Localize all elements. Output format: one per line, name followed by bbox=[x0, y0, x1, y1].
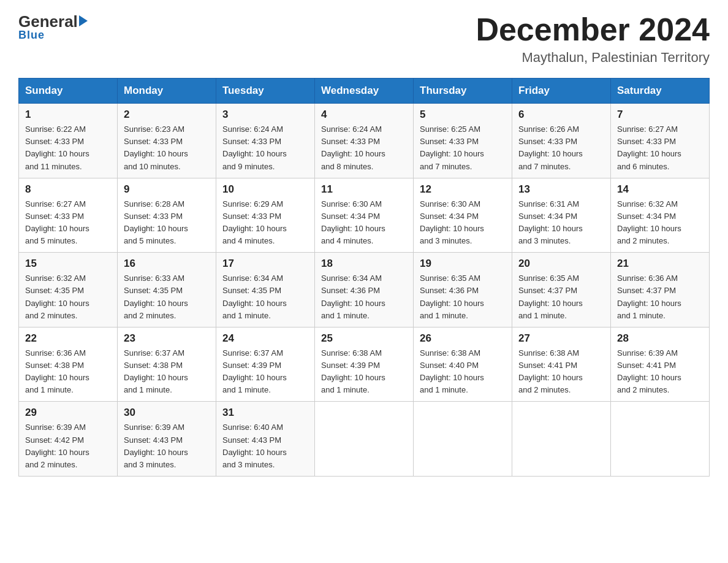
calendar-header-thursday: Thursday bbox=[414, 79, 512, 104]
calendar-cell: 19Sunrise: 6:35 AMSunset: 4:36 PMDayligh… bbox=[414, 253, 512, 327]
day-number: 17 bbox=[222, 258, 308, 270]
calendar-cell: 3Sunrise: 6:24 AMSunset: 4:33 PMDaylight… bbox=[216, 104, 315, 178]
calendar-week-row: 8Sunrise: 6:27 AMSunset: 4:33 PMDaylight… bbox=[19, 178, 710, 253]
day-info: Sunrise: 6:35 AMSunset: 4:36 PMDaylight:… bbox=[420, 272, 506, 322]
day-number: 6 bbox=[518, 109, 604, 121]
page-header: General Blue December 2024 Maythalun, Pa… bbox=[18, 12, 710, 66]
day-info: Sunrise: 6:34 AMSunset: 4:35 PMDaylight:… bbox=[222, 272, 308, 322]
day-number: 21 bbox=[617, 258, 703, 270]
day-info: Sunrise: 6:38 AMSunset: 4:39 PMDaylight:… bbox=[321, 347, 407, 397]
day-info: Sunrise: 6:39 AMSunset: 4:42 PMDaylight:… bbox=[25, 421, 111, 471]
day-info: Sunrise: 6:24 AMSunset: 4:33 PMDaylight:… bbox=[222, 123, 308, 173]
calendar-cell: 11Sunrise: 6:30 AMSunset: 4:34 PMDayligh… bbox=[315, 178, 414, 253]
day-info: Sunrise: 6:39 AMSunset: 4:43 PMDaylight:… bbox=[124, 421, 210, 471]
day-number: 1 bbox=[25, 109, 111, 121]
day-info: Sunrise: 6:29 AMSunset: 4:33 PMDaylight:… bbox=[222, 198, 308, 248]
calendar-cell: 1Sunrise: 6:22 AMSunset: 4:33 PMDaylight… bbox=[19, 104, 118, 178]
calendar-cell: 18Sunrise: 6:34 AMSunset: 4:36 PMDayligh… bbox=[315, 253, 414, 327]
calendar-cell: 23Sunrise: 6:37 AMSunset: 4:38 PMDayligh… bbox=[118, 327, 216, 402]
logo-triangle-icon bbox=[79, 15, 88, 26]
day-number: 19 bbox=[420, 258, 506, 270]
logo-blue-text: Blue bbox=[18, 29, 45, 42]
calendar-cell: 24Sunrise: 6:37 AMSunset: 4:39 PMDayligh… bbox=[216, 327, 315, 402]
day-number: 5 bbox=[420, 109, 506, 121]
calendar-cell: 13Sunrise: 6:31 AMSunset: 4:34 PMDayligh… bbox=[512, 178, 611, 253]
day-number: 2 bbox=[124, 109, 210, 121]
calendar-cell bbox=[611, 402, 710, 477]
day-number: 13 bbox=[518, 183, 604, 196]
calendar-title: December 2024 bbox=[476, 12, 710, 47]
calendar-header-friday: Friday bbox=[512, 79, 611, 104]
calendar-cell: 6Sunrise: 6:26 AMSunset: 4:33 PMDaylight… bbox=[512, 104, 611, 178]
day-number: 8 bbox=[25, 183, 111, 196]
calendar-cell: 30Sunrise: 6:39 AMSunset: 4:43 PMDayligh… bbox=[118, 402, 216, 477]
calendar-cell: 7Sunrise: 6:27 AMSunset: 4:33 PMDaylight… bbox=[611, 104, 710, 178]
calendar-cell: 28Sunrise: 6:39 AMSunset: 4:41 PMDayligh… bbox=[611, 327, 710, 402]
day-info: Sunrise: 6:23 AMSunset: 4:33 PMDaylight:… bbox=[124, 123, 210, 173]
day-info: Sunrise: 6:25 AMSunset: 4:33 PMDaylight:… bbox=[420, 123, 506, 173]
calendar-cell: 20Sunrise: 6:35 AMSunset: 4:37 PMDayligh… bbox=[512, 253, 611, 327]
day-number: 28 bbox=[617, 332, 703, 345]
calendar-header-saturday: Saturday bbox=[611, 79, 710, 104]
day-info: Sunrise: 6:30 AMSunset: 4:34 PMDaylight:… bbox=[321, 198, 407, 248]
day-number: 29 bbox=[25, 407, 111, 419]
calendar-subtitle: Maythalun, Palestinian Territory bbox=[476, 50, 710, 66]
calendar-cell: 14Sunrise: 6:32 AMSunset: 4:34 PMDayligh… bbox=[611, 178, 710, 253]
day-number: 3 bbox=[222, 109, 308, 121]
day-number: 24 bbox=[222, 332, 308, 345]
calendar-cell: 9Sunrise: 6:28 AMSunset: 4:33 PMDaylight… bbox=[118, 178, 216, 253]
day-info: Sunrise: 6:36 AMSunset: 4:38 PMDaylight:… bbox=[25, 347, 111, 397]
calendar-week-row: 1Sunrise: 6:22 AMSunset: 4:33 PMDaylight… bbox=[19, 104, 710, 178]
day-info: Sunrise: 6:39 AMSunset: 4:41 PMDaylight:… bbox=[617, 347, 703, 397]
day-info: Sunrise: 6:27 AMSunset: 4:33 PMDaylight:… bbox=[25, 198, 111, 248]
day-number: 30 bbox=[124, 407, 210, 419]
day-number: 7 bbox=[617, 109, 703, 121]
calendar-cell: 31Sunrise: 6:40 AMSunset: 4:43 PMDayligh… bbox=[216, 402, 315, 477]
calendar-cell bbox=[315, 402, 414, 477]
day-number: 14 bbox=[617, 183, 703, 196]
day-number: 26 bbox=[420, 332, 506, 345]
day-number: 15 bbox=[25, 258, 111, 270]
day-number: 20 bbox=[518, 258, 604, 270]
day-info: Sunrise: 6:37 AMSunset: 4:39 PMDaylight:… bbox=[222, 347, 308, 397]
day-number: 4 bbox=[321, 109, 407, 121]
title-area: December 2024 Maythalun, Palestinian Ter… bbox=[476, 12, 710, 66]
calendar-header-row: SundayMondayTuesdayWednesdayThursdayFrid… bbox=[19, 79, 710, 104]
calendar-cell: 26Sunrise: 6:38 AMSunset: 4:40 PMDayligh… bbox=[414, 327, 512, 402]
day-info: Sunrise: 6:32 AMSunset: 4:35 PMDaylight:… bbox=[25, 272, 111, 322]
day-info: Sunrise: 6:26 AMSunset: 4:33 PMDaylight:… bbox=[518, 123, 604, 173]
calendar-cell: 5Sunrise: 6:25 AMSunset: 4:33 PMDaylight… bbox=[414, 104, 512, 178]
day-info: Sunrise: 6:27 AMSunset: 4:33 PMDaylight:… bbox=[617, 123, 703, 173]
day-info: Sunrise: 6:24 AMSunset: 4:33 PMDaylight:… bbox=[321, 123, 407, 173]
day-info: Sunrise: 6:22 AMSunset: 4:33 PMDaylight:… bbox=[25, 123, 111, 173]
calendar-week-row: 15Sunrise: 6:32 AMSunset: 4:35 PMDayligh… bbox=[19, 253, 710, 327]
calendar-cell: 4Sunrise: 6:24 AMSunset: 4:33 PMDaylight… bbox=[315, 104, 414, 178]
calendar-cell: 21Sunrise: 6:36 AMSunset: 4:37 PMDayligh… bbox=[611, 253, 710, 327]
day-info: Sunrise: 6:40 AMSunset: 4:43 PMDaylight:… bbox=[222, 421, 308, 471]
calendar-week-row: 29Sunrise: 6:39 AMSunset: 4:42 PMDayligh… bbox=[19, 402, 710, 477]
calendar-cell bbox=[414, 402, 512, 477]
day-number: 10 bbox=[222, 183, 308, 196]
calendar-cell: 22Sunrise: 6:36 AMSunset: 4:38 PMDayligh… bbox=[19, 327, 118, 402]
day-number: 31 bbox=[222, 407, 308, 419]
day-number: 23 bbox=[124, 332, 210, 345]
calendar-cell: 16Sunrise: 6:33 AMSunset: 4:35 PMDayligh… bbox=[118, 253, 216, 327]
day-number: 9 bbox=[124, 183, 210, 196]
day-number: 16 bbox=[124, 258, 210, 270]
day-info: Sunrise: 6:36 AMSunset: 4:37 PMDaylight:… bbox=[617, 272, 703, 322]
day-info: Sunrise: 6:38 AMSunset: 4:40 PMDaylight:… bbox=[420, 347, 506, 397]
calendar-week-row: 22Sunrise: 6:36 AMSunset: 4:38 PMDayligh… bbox=[19, 327, 710, 402]
calendar-cell: 12Sunrise: 6:30 AMSunset: 4:34 PMDayligh… bbox=[414, 178, 512, 253]
calendar-cell bbox=[512, 402, 611, 477]
day-number: 12 bbox=[420, 183, 506, 196]
calendar-cell: 10Sunrise: 6:29 AMSunset: 4:33 PMDayligh… bbox=[216, 178, 315, 253]
calendar-cell: 8Sunrise: 6:27 AMSunset: 4:33 PMDaylight… bbox=[19, 178, 118, 253]
calendar-table: SundayMondayTuesdayWednesdayThursdayFrid… bbox=[18, 78, 710, 477]
logo: General Blue bbox=[18, 12, 89, 42]
calendar-header-sunday: Sunday bbox=[19, 79, 118, 104]
calendar-cell: 29Sunrise: 6:39 AMSunset: 4:42 PMDayligh… bbox=[19, 402, 118, 477]
calendar-header-monday: Monday bbox=[118, 79, 216, 104]
day-info: Sunrise: 6:33 AMSunset: 4:35 PMDaylight:… bbox=[124, 272, 210, 322]
day-info: Sunrise: 6:34 AMSunset: 4:36 PMDaylight:… bbox=[321, 272, 407, 322]
day-number: 11 bbox=[321, 183, 407, 196]
